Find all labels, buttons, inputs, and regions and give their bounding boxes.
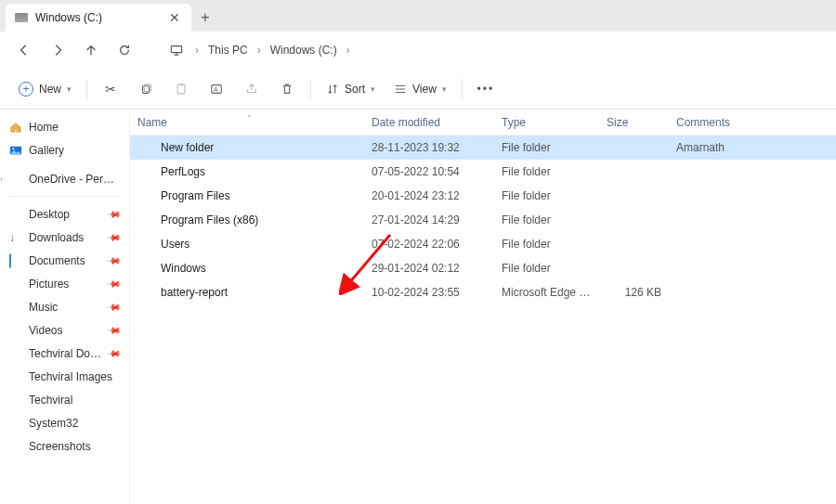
breadcrumb-windows-c[interactable]: Windows (C:) — [270, 44, 337, 57]
music-icon — [9, 301, 23, 313]
folder-icon — [139, 190, 153, 202]
home-icon — [9, 121, 23, 133]
file-name: Windows — [161, 262, 206, 275]
new-button[interactable]: + New ▾ — [11, 75, 79, 103]
sidebar-item-music[interactable]: Music📌 — [2, 295, 127, 318]
paste-button[interactable] — [165, 75, 197, 103]
view-icon — [394, 83, 407, 96]
sidebar-item-label: Videos — [29, 324, 103, 337]
refresh-button[interactable] — [110, 35, 139, 65]
breadcrumb-separator-icon: › — [346, 44, 350, 57]
file-type: File folder — [494, 165, 599, 178]
folder-icon — [139, 263, 153, 275]
onedrive-icon — [9, 173, 23, 185]
cut-button[interactable] — [95, 75, 126, 103]
sidebar-item-techviral-docum[interactable]: Techviral Docum📌 — [2, 342, 127, 365]
toolbar-divider — [310, 79, 311, 99]
sidebar-item-documents[interactable]: Documents📌 — [2, 249, 127, 272]
file-row[interactable]: Program Files (x86)27-01-2024 14:29File … — [130, 208, 836, 232]
sidebar-item-screenshots[interactable]: Screenshots — [2, 434, 127, 458]
file-comments: Amarnath — [669, 141, 836, 154]
sidebar-home[interactable]: Home — [2, 115, 127, 138]
toolbar: + New ▾ A Sort ▾ View ▾ — [0, 69, 836, 110]
toolbar-divider — [462, 79, 463, 99]
desktop-icon — [9, 208, 23, 220]
sidebar: Home Gallery › OneDrive - Persona Deskto… — [0, 110, 130, 504]
sidebar-item-label: Screenshots — [29, 440, 120, 453]
column-name[interactable]: Name ˄ — [130, 116, 364, 129]
drive-icon — [15, 13, 28, 22]
body: Home Gallery › OneDrive - Persona Deskto… — [0, 110, 836, 504]
chevron-right-icon: › — [0, 174, 3, 184]
view-label: View — [412, 83, 437, 96]
file-row[interactable]: Users07-02-2024 22:06File folder — [130, 232, 836, 256]
this-pc-icon[interactable] — [162, 35, 191, 65]
column-type[interactable]: Type — [494, 116, 599, 129]
forward-button[interactable] — [43, 35, 72, 65]
copy-button[interactable] — [130, 75, 162, 103]
new-label: New — [39, 83, 61, 96]
file-type: File folder — [494, 141, 599, 154]
column-date[interactable]: Date modified — [364, 116, 494, 129]
toolbar-divider — [86, 79, 87, 99]
edge-icon — [139, 287, 153, 299]
file-row[interactable]: PerfLogs07-05-2022 10:54File folder — [130, 160, 836, 184]
sidebar-item-desktop[interactable]: Desktop📌 — [2, 202, 127, 226]
file-row[interactable]: Program Files20-01-2024 23:12File folder — [130, 184, 836, 208]
sidebar-onedrive[interactable]: › OneDrive - Persona — [2, 167, 127, 190]
plus-circle-icon: + — [19, 82, 33, 97]
sidebar-item-techviral[interactable]: Techviral — [2, 388, 127, 411]
sidebar-item-label: Techviral — [29, 394, 120, 407]
svg-text:A: A — [214, 85, 218, 92]
sidebar-item-label: Downloads — [29, 231, 103, 244]
column-comments[interactable]: Comments — [669, 116, 836, 129]
file-list: Name ˄ Date modified Type Size Comments … — [130, 110, 836, 504]
share-button[interactable] — [236, 75, 268, 103]
chevron-down-icon: ▾ — [371, 84, 375, 94]
sidebar-gallery[interactable]: Gallery — [2, 138, 127, 162]
sort-ascending-icon: ˄ — [247, 114, 252, 123]
sort-button[interactable]: Sort ▾ — [319, 75, 383, 103]
chevron-down-icon: ▾ — [442, 84, 447, 94]
rename-button[interactable]: A — [201, 75, 232, 103]
sidebar-item-label: Pictures — [29, 278, 103, 291]
sidebar-item-techviral-images[interactable]: Techviral Images — [2, 365, 127, 388]
file-row[interactable]: Windows29-01-2024 02:12File folder — [130, 256, 836, 280]
sidebar-item-downloads[interactable]: ↓Downloads📌 — [2, 226, 127, 249]
view-button[interactable]: View ▾ — [386, 75, 454, 103]
tab-close-icon[interactable]: ✕ — [167, 9, 182, 26]
pin-icon: 📌 — [107, 322, 122, 337]
column-size[interactable]: Size — [599, 116, 669, 129]
file-name: PerfLogs — [161, 165, 205, 178]
delete-button[interactable] — [271, 75, 303, 103]
tab-windows-c[interactable]: Windows (C:) ✕ — [6, 4, 191, 32]
breadcrumb: This PC › Windows (C:) › — [208, 44, 350, 57]
sort-label: Sort — [345, 83, 365, 96]
sidebar-item-pictures[interactable]: Pictures📌 — [2, 272, 127, 295]
svg-point-8 — [12, 148, 14, 149]
file-date: 20-01-2024 23:12 — [364, 189, 494, 202]
breadcrumb-this-pc[interactable]: This PC — [208, 44, 248, 57]
column-headers: Name ˄ Date modified Type Size Comments — [130, 110, 836, 136]
folder-icon — [9, 370, 23, 382]
file-date: 28-11-2023 19:32 — [364, 141, 494, 154]
new-tab-button[interactable]: + — [191, 4, 219, 32]
more-button[interactable]: ••• — [470, 75, 502, 103]
file-type: File folder — [494, 213, 599, 226]
sidebar-item-label: System32 — [29, 417, 120, 430]
pin-icon: 📌 — [107, 299, 122, 314]
pin-icon: 📌 — [107, 206, 122, 221]
sidebar-item-videos[interactable]: Videos📌 — [2, 318, 127, 342]
file-row[interactable]: New folder28-11-2023 19:32File folderAma… — [130, 136, 836, 160]
file-name: Program Files — [161, 189, 230, 202]
back-button[interactable] — [9, 35, 39, 65]
file-row[interactable]: battery-report10-02-2024 23:55Microsoft … — [130, 280, 836, 304]
sidebar-item-label: Techviral Images — [29, 370, 120, 383]
sidebar-item-label: Techviral Docum — [29, 347, 103, 360]
more-icon: ••• — [477, 83, 495, 96]
sidebar-item-system32[interactable]: System32 — [2, 411, 127, 434]
picture-icon — [9, 278, 23, 290]
file-type: File folder — [494, 238, 599, 251]
up-button[interactable] — [76, 35, 106, 65]
file-date: 29-01-2024 02:12 — [364, 262, 494, 275]
